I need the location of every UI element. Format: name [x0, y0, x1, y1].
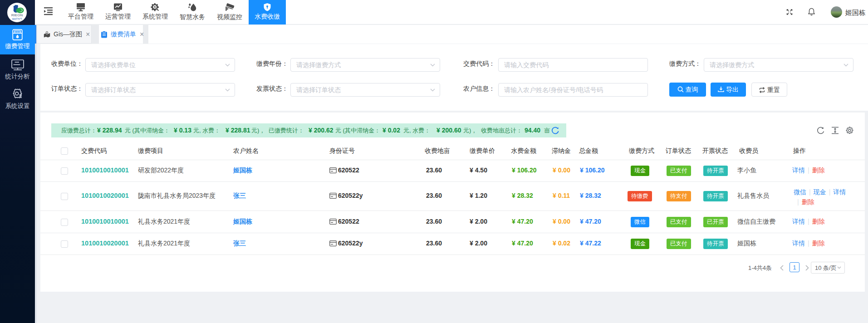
svg-text:瑞意昂电气: 瑞意昂电气 — [11, 18, 22, 20]
svg-text:RIEON: RIEON — [11, 13, 23, 17]
